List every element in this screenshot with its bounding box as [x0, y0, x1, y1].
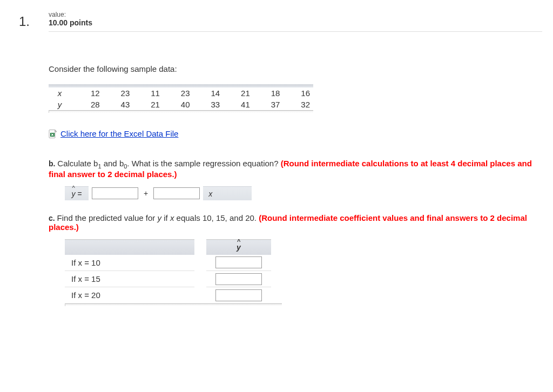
plus-sign: +	[141, 189, 150, 198]
data-cell: 21	[223, 87, 253, 99]
table-row: x 12 23 11 23 14 21 18 16	[49, 87, 313, 99]
table-row: If x = 20	[65, 287, 271, 303]
part-c: c. Find the predicted value for y if x e…	[49, 213, 542, 306]
data-cell: 23	[103, 87, 133, 99]
data-cell: 23	[163, 87, 193, 99]
data-cell: 21	[133, 99, 163, 110]
table-row: If x = 10	[65, 255, 271, 271]
b0-input[interactable]	[92, 187, 138, 199]
part-c-label: c.	[49, 214, 55, 222]
yhat-x10-input[interactable]	[215, 256, 262, 268]
data-cell: 11	[133, 87, 163, 99]
if-x-10: If x = 10	[65, 255, 194, 271]
x-label-trail: x	[203, 186, 252, 200]
if-x-15: If x = 15	[65, 271, 194, 287]
data-cell: 33	[193, 99, 224, 110]
value-label: value:	[49, 11, 542, 18]
excel-data-link[interactable]: Click here for the Excel Data File	[49, 129, 178, 138]
data-cell: 16	[283, 87, 313, 99]
y-label: y	[49, 99, 73, 110]
prediction-table: y If x = 10 If x = 15 If x = 20	[65, 239, 271, 303]
if-header	[65, 240, 194, 255]
prompt-text: Consider the following sample data:	[49, 64, 542, 73]
data-cell: 14	[193, 87, 224, 99]
b1-input[interactable]	[153, 187, 200, 199]
part-c-text: Find the predicted value for y if x equa…	[49, 213, 527, 232]
data-cell: 37	[253, 99, 284, 110]
yhat-label: y =	[65, 186, 89, 200]
part-b-instruction: (Round intermediate calculations to at l…	[49, 159, 532, 179]
part-b-label: b.	[49, 159, 55, 168]
data-cell: 12	[73, 87, 103, 99]
part-b-text: Calculate b1 and b0. What is the sample …	[49, 159, 532, 179]
yhat-x15-input[interactable]	[215, 273, 262, 285]
question-number: 1.	[0, 11, 49, 319]
data-cell: 40	[163, 99, 193, 110]
data-cell: 28	[73, 99, 103, 110]
sample-data-table: x 12 23 11 23 14 21 18 16 y 28 43 21 40 …	[49, 84, 313, 113]
data-cell: 18	[253, 87, 284, 99]
excel-file-icon	[49, 130, 57, 138]
part-c-instruction: (Round intermediate coefficient values a…	[49, 213, 527, 232]
part-b: b. Calculate b1 and b0. What is the samp…	[49, 159, 542, 200]
data-cell: 43	[103, 99, 133, 110]
table-row: y 28 43 21 40 33 41 37 32	[49, 99, 313, 110]
points-header: value: 10.00 points	[49, 11, 542, 32]
yhat-x20-input[interactable]	[215, 289, 262, 301]
data-cell: 32	[283, 99, 313, 110]
excel-link-text: Click here for the Excel Data File	[60, 129, 178, 138]
question-body: value: 10.00 points Consider the followi…	[49, 11, 553, 319]
points-value: 10.00 points	[49, 18, 542, 27]
yhat-header: y	[206, 240, 271, 255]
data-cell: 41	[223, 99, 253, 110]
x-label: x	[49, 87, 73, 99]
table-row: If x = 15	[65, 271, 271, 287]
regression-equation-row: y = + x	[65, 186, 542, 200]
question-container: 1. value: 10.00 points Consider the foll…	[0, 0, 553, 319]
if-x-20: If x = 20	[65, 287, 194, 303]
